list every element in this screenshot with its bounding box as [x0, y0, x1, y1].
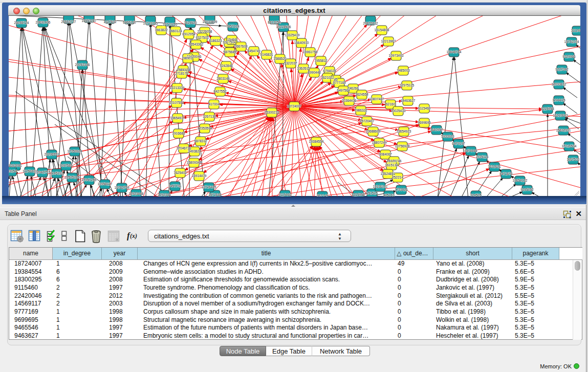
svg-text:16553287: 16553287 [82, 19, 97, 23]
svg-text:12942757: 12942757 [35, 170, 50, 174]
svg-text:10958117: 10958117 [98, 182, 113, 186]
svg-text:12353594: 12353594 [198, 126, 212, 130]
svg-text:5875685: 5875685 [223, 50, 236, 54]
svg-text:25300233: 25300233 [265, 111, 279, 114]
svg-text:8427552: 8427552 [213, 90, 227, 93]
svg-text:20053346: 20053346 [75, 63, 90, 67]
svg-text:17359924: 17359924 [68, 149, 82, 153]
svg-text:20364436: 20364436 [342, 99, 357, 102]
svg-text:14463627: 14463627 [401, 99, 416, 102]
svg-text:1112480: 1112480 [571, 29, 580, 32]
svg-text:1327602: 1327602 [103, 20, 117, 24]
svg-text:20691406: 20691406 [36, 20, 51, 24]
svg-text:98901: 98901 [183, 56, 192, 60]
svg-text:8471676: 8471676 [499, 172, 513, 176]
svg-text:17957255: 17957255 [82, 178, 97, 182]
svg-text:10025433: 10025433 [391, 109, 406, 113]
svg-text:7857224: 7857224 [226, 25, 239, 28]
svg-text:16782759: 16782759 [115, 186, 129, 189]
svg-text:12093872: 12093872 [552, 82, 567, 86]
svg-text:417004: 417004 [208, 102, 220, 106]
svg-text:19218506: 19218506 [276, 25, 291, 29]
svg-text:1621022: 1621022 [321, 76, 334, 79]
svg-text:1145193: 1145193 [51, 171, 63, 175]
svg-text:1615132: 1615132 [385, 163, 398, 167]
svg-text:2803144: 2803144 [216, 77, 230, 80]
svg-text:9084067: 9084067 [379, 152, 392, 156]
svg-text:16640910: 16640910 [294, 41, 309, 45]
svg-text:18807249: 18807249 [372, 141, 387, 144]
svg-text:16648784: 16648784 [447, 50, 462, 54]
svg-text:20206551: 20206551 [45, 152, 59, 156]
svg-text:13716485: 13716485 [202, 185, 216, 189]
svg-text:12923448: 12923448 [129, 192, 144, 195]
svg-text:8813054: 8813054 [268, 20, 281, 24]
svg-text:10107552: 10107552 [169, 101, 184, 104]
svg-text:12213319: 12213319 [170, 86, 185, 90]
svg-text:14136141: 14136141 [373, 185, 388, 188]
svg-text:10719185: 10719185 [143, 21, 158, 25]
svg-text:6466160: 6466160 [123, 20, 136, 24]
svg-text:1588520: 1588520 [273, 57, 287, 60]
svg-text:3624554: 3624554 [355, 93, 368, 96]
svg-text:2667608: 2667608 [234, 45, 248, 48]
svg-text:1244415: 1244415 [552, 98, 565, 102]
svg-text:7663822: 7663822 [155, 28, 168, 32]
svg-text:7485003: 7485003 [397, 69, 410, 72]
svg-text:13524851: 13524851 [381, 172, 396, 176]
svg-text:2935114: 2935114 [476, 155, 489, 159]
svg-text:962145: 962145 [317, 194, 328, 196]
svg-text:939154: 939154 [9, 169, 17, 173]
svg-text:7632621: 7632621 [488, 165, 501, 168]
svg-text:7955812: 7955812 [314, 59, 328, 62]
svg-text:15720407: 15720407 [360, 119, 375, 123]
svg-text:9327503: 9327503 [195, 36, 209, 39]
svg-text:20876812: 20876812 [363, 21, 378, 25]
svg-text:1167533: 1167533 [567, 158, 580, 161]
svg-text:9097585: 9097585 [59, 164, 73, 167]
svg-text:16914479: 16914479 [192, 174, 207, 178]
svg-text:16120746: 16120746 [387, 159, 402, 163]
svg-text:8990448: 8990448 [308, 71, 321, 74]
svg-text:1640957: 1640957 [430, 128, 443, 132]
svg-text:9474444: 9474444 [464, 149, 477, 152]
svg-text:9777169: 9777169 [333, 81, 346, 84]
svg-text:7625402: 7625402 [173, 171, 187, 174]
svg-text:62160: 62160 [386, 102, 395, 106]
svg-text:10688609: 10688609 [366, 129, 381, 133]
svg-text:10654122: 10654122 [513, 179, 528, 182]
svg-text:3267130: 3267130 [203, 115, 216, 118]
svg-text:9329966: 9329966 [562, 55, 576, 58]
svg-text:15692991: 15692991 [556, 128, 571, 132]
svg-text:13325419: 13325419 [285, 33, 300, 37]
svg-text:8912954: 8912954 [182, 32, 195, 36]
svg-text:6794028: 6794028 [323, 69, 336, 73]
svg-text:10807487: 10807487 [369, 97, 384, 101]
svg-text:1292344: 1292344 [158, 193, 171, 196]
svg-text:13654923: 13654923 [397, 129, 411, 133]
svg-text:8186323: 8186323 [209, 39, 222, 42]
svg-text:746266: 746266 [347, 86, 359, 90]
svg-text:252214: 252214 [392, 176, 403, 179]
svg-text:18724007: 18724007 [287, 104, 302, 108]
svg-text:2718176: 2718176 [175, 72, 188, 75]
svg-text:1571648: 1571648 [208, 193, 222, 196]
svg-text:16210643: 16210643 [553, 114, 568, 117]
svg-text:9227342: 9227342 [555, 68, 569, 71]
svg-text:16033809: 16033809 [203, 20, 217, 24]
svg-text:16154808: 16154808 [375, 28, 389, 32]
svg-text:9245052: 9245052 [520, 188, 534, 191]
svg-text:9115460: 9115460 [418, 106, 431, 110]
svg-text:3493822: 3493822 [188, 149, 201, 153]
svg-text:7986322: 7986322 [354, 108, 367, 112]
svg-text:5322037: 5322037 [284, 61, 297, 65]
svg-text:12213967: 12213967 [381, 39, 396, 43]
svg-text:9457791: 9457791 [168, 184, 182, 188]
svg-text:151515: 151515 [366, 191, 378, 195]
svg-text:10973493: 10973493 [389, 54, 404, 57]
svg-text:9699695: 9699695 [418, 121, 431, 124]
svg-text:8660124: 8660124 [169, 29, 182, 33]
svg-text:(x): (x) [130, 232, 137, 239]
svg-text:17016504: 17016504 [562, 144, 577, 148]
svg-text:15809348: 15809348 [187, 161, 202, 164]
